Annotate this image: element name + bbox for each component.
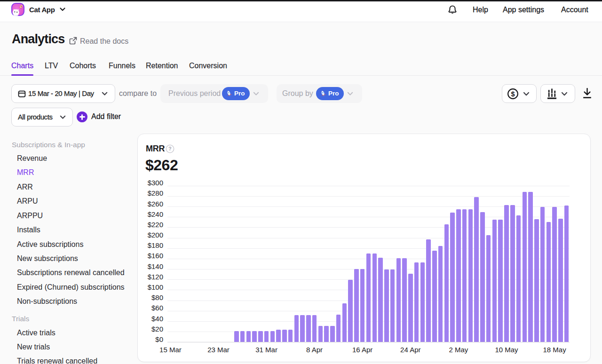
svg-text:?: ? xyxy=(168,146,171,151)
svg-text:$: $ xyxy=(511,90,515,98)
